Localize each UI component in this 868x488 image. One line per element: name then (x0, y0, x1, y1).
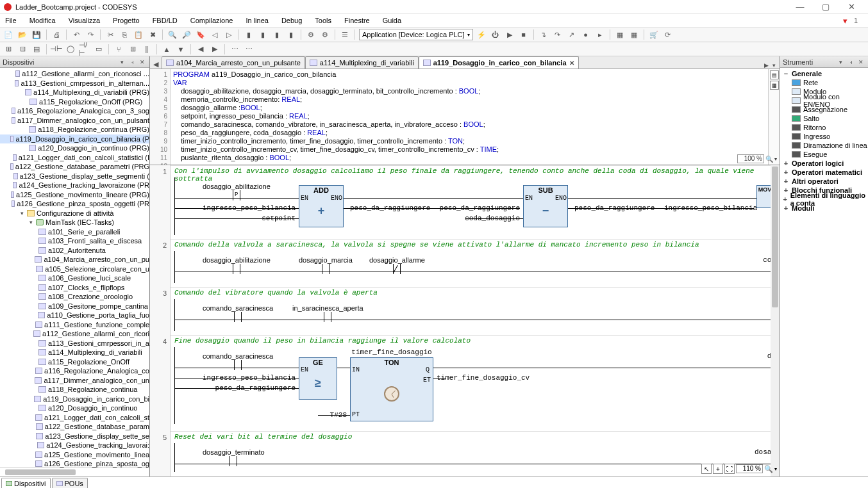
block-add[interactable]: ADD + (299, 185, 344, 227)
contact-r2-c3[interactable]: dosaggio_allarme (369, 256, 425, 274)
toggle1-icon[interactable]: ▮ (243, 29, 255, 40)
bookmark-icon[interactable]: 🔖 (195, 29, 206, 40)
menu-inlinea[interactable]: In linea (243, 15, 271, 26)
ld-negcontact-icon[interactable]: ⊣/⊢ (79, 44, 90, 55)
zoom-icon[interactable]: 🔍 (765, 156, 773, 163)
declaration-editor[interactable]: 123456789101112 PROGRAM a119_Dosaggio_in… (150, 69, 780, 165)
contact-dosaggio-abilitazione[interactable]: dosaggio_abilitazione P (203, 183, 271, 200)
ld-indent-right-icon[interactable]: ▶ (209, 44, 221, 55)
cut-icon[interactable]: ✂ (104, 29, 116, 40)
view-text-icon[interactable]: ▤ (770, 70, 779, 79)
tree-item[interactable]: a124_Gestione_tracking_lavoraizone (PR (0, 181, 149, 190)
open-icon[interactable]: 📂 (17, 29, 28, 40)
extra2-icon[interactable]: ▦ (628, 29, 640, 40)
config-icon[interactable]: ☰ (339, 29, 351, 40)
expander-icon[interactable]: + (783, 168, 789, 176)
code-body[interactable]: PROGRAM a119_Dosaggio_in_carico_con_bila… (171, 69, 768, 165)
menu-fbdld[interactable]: FBD/LD (150, 15, 180, 26)
close-button[interactable]: ✕ (839, 0, 864, 14)
tab-menu-icon[interactable]: ▾ (771, 62, 777, 69)
menu-progetto[interactable]: Progetto (110, 15, 142, 26)
paste-icon[interactable]: 📋 (133, 29, 144, 40)
zoom-dropdown-icon[interactable]: ▾ (774, 156, 777, 162)
tree-item[interactable]: a112_Gestione_allarmi_con_riconosci ... (0, 69, 149, 79)
extra1-icon[interactable]: ▦ (614, 29, 626, 40)
ladder-body[interactable]: Con l'impulso di avviamento dosaggio cal… (171, 165, 780, 476)
zoomfit-icon[interactable]: ⛶ (724, 464, 735, 474)
contact-r3-c2[interactable]: in_saracinesca_aperta (292, 304, 363, 322)
tree-item[interactable]: a115_Regolazione_OnOff (0, 357, 149, 367)
tree-item[interactable]: a125_Gestione_movimento_lineare (PRG) (0, 190, 149, 200)
step-over-icon[interactable]: ↷ (552, 29, 563, 40)
save-icon[interactable]: 💾 (31, 29, 42, 40)
editor-tab-a114[interactable]: a114_Multiplexing_di_variabili (305, 56, 419, 69)
tool-group[interactable]: +Operatori matematici (780, 168, 868, 177)
panel-menu-icon[interactable]: ▾ (836, 59, 845, 65)
tree-item[interactable]: a103_Fronti_salita_e_discesa (0, 236, 149, 246)
bookmark-next-icon[interactable]: ▷ (223, 29, 235, 40)
logout-icon[interactable]: ⏻ (490, 29, 501, 40)
tree-item[interactable]: a120_Dosaggio_in_continuo (PRG) (0, 143, 149, 153)
tree-item[interactable]: a119_Dosaggio_in_carico_con_bi (0, 394, 149, 404)
ld-indent-left-icon[interactable]: ◀ (195, 44, 206, 55)
tree-item[interactable]: a111_Gestione_funzione_comple (0, 320, 149, 330)
tool-group[interactable]: +Altri operatori (780, 177, 868, 186)
ld-rn-icon[interactable]: ⊞ (127, 44, 138, 55)
block-sub[interactable]: SUB − (523, 185, 568, 227)
expander-icon[interactable]: + (783, 186, 789, 194)
device-tree[interactable]: a112_Gestione_allarmi_con_riconosci ...a… (0, 68, 149, 468)
zoom-icon[interactable]: 🔍 (764, 465, 773, 473)
delete-icon[interactable]: ✖ (147, 29, 158, 40)
tree-item[interactable]: a106_Gestione_luci_scale (0, 273, 149, 283)
ld-tool3-icon[interactable]: ▤ (31, 44, 42, 55)
view-table-icon[interactable]: ▦ (770, 81, 779, 90)
panel-close-icon[interactable]: ✕ (138, 59, 147, 65)
ld-branch-icon[interactable]: ⑂ (113, 44, 124, 55)
ladder-zoom-input[interactable]: 110 % (736, 464, 763, 473)
menu-tools[interactable]: Tools (312, 15, 334, 26)
panel-pin-icon[interactable]: ⫞ (846, 59, 855, 65)
rebuild-icon[interactable]: ⚙ (319, 29, 331, 40)
panel-pin-icon[interactable]: ⫞ (128, 59, 137, 65)
tool-group[interactable]: +Operatori logici (780, 159, 868, 168)
build-icon[interactable]: ⚙ (305, 29, 317, 40)
findnext-icon[interactable]: 🔎 (181, 29, 192, 40)
zoom-dropdown-icon[interactable]: ▾ (774, 466, 777, 472)
print-icon[interactable]: 🖨 (51, 29, 62, 40)
minimize-button[interactable]: ― (787, 0, 813, 14)
ld-coil-icon[interactable]: ◯ (65, 44, 76, 55)
tree-item[interactable]: a102_Autoritenuta (0, 246, 149, 256)
tree-item[interactable]: a120_Dosaggio_in_continuo (0, 403, 149, 413)
editor-tab-a119[interactable]: a119_Dosaggio_in_carico_con_bilancia ✕ (419, 56, 579, 69)
toggle3-icon[interactable]: ▮ (271, 29, 283, 40)
start-icon[interactable]: ▶ (504, 29, 515, 40)
tree-item[interactable]: a107_Clocks_e_flipflops (0, 283, 149, 293)
tab-scroll-right-icon[interactable]: ▶ (763, 62, 769, 69)
panel-menu-icon[interactable]: ▾ (117, 59, 126, 65)
tree-item[interactable]: a108_Creazione_oroologio (0, 292, 149, 302)
menu-file[interactable]: File (3, 15, 19, 26)
expander-icon[interactable]: + (783, 204, 789, 212)
tree-item[interactable]: a122_Gestione_database_param (0, 422, 149, 432)
tree-item[interactable]: a110_Gestione_porta_taglia_fuo (0, 311, 149, 320)
maximize-button[interactable]: ▢ (813, 0, 839, 14)
tree-item[interactable]: a114_Multiplexing_di_variabili (PRG) (0, 88, 149, 97)
tree-scrollbar-h[interactable] (0, 468, 149, 476)
contact-r2-c1[interactable]: dosaggio_abilitazione (203, 256, 271, 274)
tree-item[interactable]: a109_Gesitone_pompe_cantina (0, 302, 149, 311)
tree-item[interactable]: a112_Gestione_allarmi_con_ricori (0, 329, 149, 339)
copy-icon[interactable]: ⎘ (119, 29, 130, 40)
menu-compilazione[interactable]: Compilazione (188, 15, 236, 26)
login-icon[interactable]: ⚡ (476, 29, 487, 40)
tab-close-icon[interactable]: ✕ (569, 60, 574, 67)
menu-guida[interactable]: Guida (380, 15, 404, 26)
tool-item[interactable]: Ingresso (780, 132, 868, 141)
rung-2[interactable]: Comando della valvola a saracinesca, la … (171, 239, 780, 287)
ld-ins-below-icon[interactable]: ▼ (175, 44, 187, 55)
tree-expander-icon[interactable]: ▾ (21, 210, 27, 216)
menu-finestre[interactable]: Finestre (342, 15, 372, 26)
tab-scroll-left-icon[interactable]: ◀ (150, 60, 162, 69)
expander-icon[interactable]: + (783, 159, 789, 167)
contact-r3-c1[interactable]: comando_saracinesca (203, 304, 273, 322)
tree-item[interactable]: a113_Gestioni_cmrpessori_in_alternan... (0, 79, 149, 88)
